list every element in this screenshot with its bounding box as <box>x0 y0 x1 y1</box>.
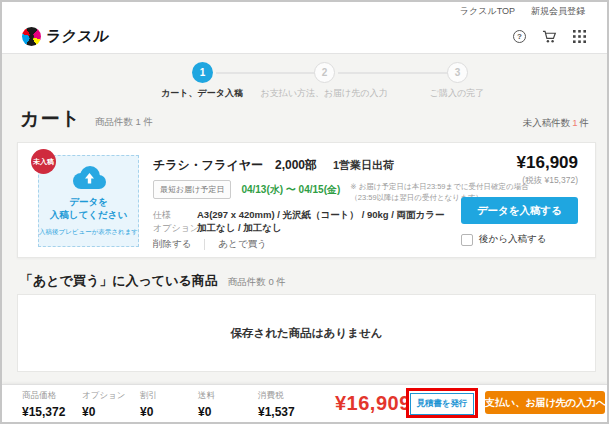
upload-later-label: 後から入稿する <box>479 233 546 246</box>
link-raksul-top[interactable]: ラクスルTOP <box>460 5 515 18</box>
step-3-label: ご購入の完了 <box>367 87 547 100</box>
help-icon[interactable]: ? <box>512 29 527 44</box>
buy-later-title: 「あとで買う」に入っている商品 <box>20 272 218 290</box>
item-title-row: チラシ・フライヤー 2,000部 1営業日出荷 <box>153 157 394 174</box>
step-1-circle: 1 <box>192 62 213 83</box>
order-summary-bar: 商品価格 ¥15,372 オプション ¥0 割引 ¥0 送料 ¥0 消費税 ¥1… <box>2 384 607 422</box>
link-signup[interactable]: 新規会員登録 <box>531 5 585 18</box>
apps-grid-icon[interactable] <box>572 29 587 44</box>
page-title: カート <box>20 106 81 132</box>
utility-bar: ラクスルTOP 新規会員登録 <box>2 2 607 20</box>
cart-heading: カート 商品件数 1 件 <box>20 106 153 132</box>
summary-col-shipping: 送料 ¥0 <box>198 390 258 419</box>
buy-later-heading: 「あとで買う」に入っている商品 商品件数 0 件 <box>20 272 286 290</box>
summary-col-product-price: 商品価格 ¥15,372 <box>22 390 82 419</box>
pending-count-number: 1 <box>572 117 577 128</box>
item-actions: 削除する あとで買う <box>153 238 267 251</box>
step-3-circle: 3 <box>447 62 468 83</box>
item-tax-note: (税抜 ¥15,372) <box>428 175 578 187</box>
buy-later-empty-box: 保存された商品はありません <box>17 294 596 372</box>
price-breakdown: 商品価格 ¥15,372 オプション ¥0 割引 ¥0 送料 ¥0 消費税 ¥1… <box>22 390 328 419</box>
checkout-button[interactable]: 支払い、お届け先の入力へ <box>485 391 605 414</box>
buy-later-count: 商品件数 0 件 <box>228 276 286 289</box>
summary-col-tax: 消費税 ¥1,537 <box>258 390 328 419</box>
empty-message: 保存された商品はありません <box>231 326 383 341</box>
delete-link[interactable]: 削除する <box>153 238 191 251</box>
spec-row: 仕様 A3(297 x 420mm) / 光沢紙（コート） / 90kg / 両… <box>153 209 444 222</box>
cart-item-count: 商品件数 1 件 <box>95 116 153 129</box>
raksul-logo-text: ラクスル <box>45 27 111 46</box>
stepper-connector-2 <box>338 72 448 74</box>
step-2-circle: 2 <box>314 62 335 83</box>
not-uploaded-badge: 未入稿 <box>31 149 56 174</box>
upload-preview-note: 入稿後プレビューが表示されます <box>39 228 138 237</box>
delivery-date-range: 04/13(水) 〜 04/15(金) <box>241 183 340 197</box>
raksul-logo[interactable]: ラクスル <box>22 27 109 46</box>
buy-later-link[interactable]: あとで買う <box>218 238 266 251</box>
summary-col-discount: 割引 ¥0 <box>140 390 198 419</box>
upload-data-button[interactable]: データを入稿する <box>461 197 578 224</box>
divider <box>204 239 205 250</box>
upload-later-checkbox[interactable] <box>461 234 473 246</box>
option-row: オプション 加工なし / 加工なし <box>153 222 282 235</box>
option-value: 加工なし / 加工なし <box>197 222 282 235</box>
cart-item-card: 未入稿 データを 入稿してください 入稿後プレビューが表示されます チラシ・フ <box>17 142 596 258</box>
product-quantity: 2,000部 <box>275 157 317 174</box>
delivery-date-tag: 最短お届け予定日 <box>153 180 231 199</box>
spec-value: A3(297 x 420mm) / 光沢紙（コート） / 90kg / 両面カラ… <box>197 209 444 222</box>
raksul-logo-icon <box>22 27 41 46</box>
item-price: ¥16,909 <box>428 153 578 173</box>
site-header: ラクスル ? <box>2 20 607 54</box>
product-shipping: 1営業日出荷 <box>333 158 394 173</box>
item-price-panel: ¥16,909 (税抜 ¥15,372) データを入稿する 後から入稿する <box>428 153 578 246</box>
total-price: ¥16,909 <box>335 392 411 415</box>
cart-icon[interactable] <box>542 29 557 44</box>
stepper-connector-1 <box>216 72 316 74</box>
header-icons: ? <box>512 29 587 44</box>
product-name: チラシ・フライヤー <box>153 157 263 174</box>
upload-later-option[interactable]: 後から入稿する <box>461 233 578 246</box>
browser-viewport: ラクスルTOP 新規会員登録 ラクスル ? <box>0 0 609 424</box>
cloud-upload-icon <box>70 165 108 191</box>
upload-prompt: データを 入稿してください <box>50 196 127 222</box>
pending-upload-count: 未入稿件数1件 <box>523 117 589 130</box>
annotation-highlight: 見積書を発行 <box>406 388 478 418</box>
issue-quote-button[interactable]: 見積書を発行 <box>410 393 474 415</box>
summary-col-option: オプション ¥0 <box>82 390 140 419</box>
